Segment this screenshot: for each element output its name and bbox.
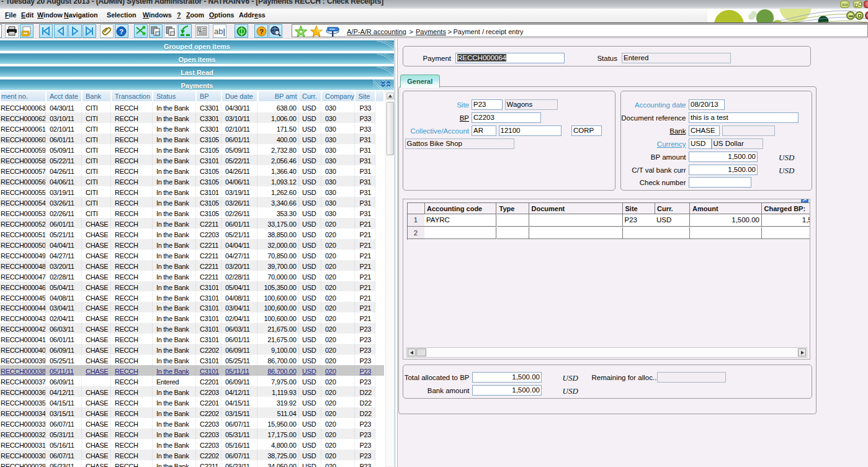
svg-text:?: ? (119, 27, 123, 35)
svg-text:?: ? (259, 27, 264, 35)
